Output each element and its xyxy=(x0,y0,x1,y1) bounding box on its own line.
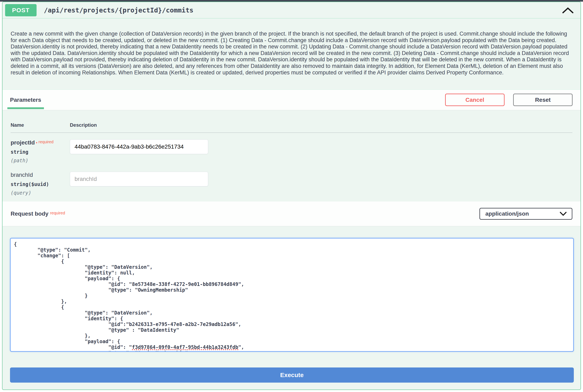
request-body-title: Request bodyrequired xyxy=(11,210,65,217)
request-body-textarea[interactable]: { "@type": "Commit", "change": [ { "@typ… xyxy=(10,238,574,352)
request-body-label: Request body xyxy=(11,210,48,217)
required-asterisk: * xyxy=(36,142,37,145)
param-branchid-input-cell xyxy=(70,164,572,196)
parameters-table: Name Description projectId*required stri… xyxy=(2,110,581,202)
param-type-branchid: string($uuid) xyxy=(11,182,70,187)
param-name-branchid: branchId xyxy=(11,172,33,178)
param-location-branchid: (query) xyxy=(11,190,70,196)
tab-parameters: Parameters xyxy=(7,90,44,110)
column-header-description: Description xyxy=(70,122,572,128)
execute-area: Execute xyxy=(2,352,581,382)
collapse-button[interactable] xyxy=(561,5,575,15)
required-label: required xyxy=(38,140,53,144)
param-projectid-meta: projectId*required string (path) xyxy=(11,133,70,164)
endpoint-description: Create a new commit with the given chang… xyxy=(2,18,581,90)
param-branchid-meta: branchId string($uuid) (query) xyxy=(11,164,70,196)
method-badge: POST xyxy=(5,4,36,16)
opblock-post-commits: POST /api/rest/projects/{projectId}/comm… xyxy=(2,2,581,390)
request-body-area: { "@type": "Commit", "change": [ { "@typ… xyxy=(2,226,581,352)
column-header-name: Name xyxy=(11,122,70,128)
content-type-value: application/json xyxy=(485,210,529,217)
param-name-projectid: projectId xyxy=(11,140,35,146)
execute-button[interactable]: Execute xyxy=(10,368,574,382)
param-projectid-input-cell xyxy=(70,133,572,164)
content-type-select[interactable]: application/json xyxy=(480,208,572,220)
body-editor-wrap: { "@type": "Commit", "change": [ { "@typ… xyxy=(10,238,574,352)
chevron-down-icon xyxy=(560,212,567,216)
param-type-projectid: string xyxy=(11,149,70,155)
request-body-required-label: required xyxy=(50,211,65,215)
top-dark-bar xyxy=(0,0,583,2)
endpoint-path: /api/rest/projects/{projectId}/commits xyxy=(44,6,193,14)
chevron-up-icon xyxy=(562,7,574,14)
projectid-input[interactable] xyxy=(70,140,208,154)
branchid-input[interactable] xyxy=(70,172,208,186)
opblock-summary[interactable]: POST /api/rest/projects/{projectId}/comm… xyxy=(2,2,581,18)
parameters-tab-label: Parameters xyxy=(10,97,41,103)
request-body-section-header: Request bodyrequired application/json xyxy=(2,202,581,226)
param-location-projectid: (path) xyxy=(11,158,70,164)
cancel-button[interactable]: Cancel xyxy=(445,94,505,106)
reset-button[interactable]: Reset xyxy=(513,94,573,106)
parameters-actions: Cancel Reset xyxy=(445,94,573,106)
parameters-section-header: Parameters Cancel Reset xyxy=(2,90,581,110)
